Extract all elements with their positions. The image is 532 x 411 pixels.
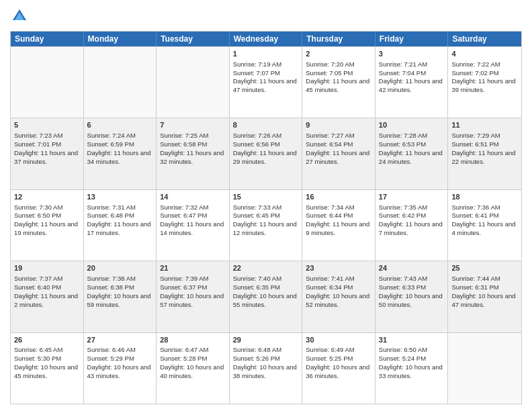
- day-number: 21: [160, 263, 226, 273]
- calendar-cell-22: 22 Sunrise: 7:40 AM Sunset: 6:35 PM Dayl…: [230, 261, 303, 332]
- day-number: 20: [87, 263, 153, 273]
- day-number: 3: [379, 49, 445, 59]
- daylight-label: Daylight: 10 hours and 57 minutes.: [160, 292, 224, 308]
- daylight-label: Daylight: 11 hours and 24 minutes.: [379, 149, 443, 165]
- sunrise-label: Sunrise: 7:44 AM: [451, 275, 500, 282]
- calendar-cell-3: 3 Sunrise: 7:21 AM Sunset: 7:04 PM Dayli…: [375, 47, 449, 118]
- daylight-label: Daylight: 11 hours and 29 minutes.: [233, 149, 297, 165]
- day-number: 17: [379, 192, 445, 202]
- daylight-label: Daylight: 11 hours and 14 minutes.: [160, 220, 224, 236]
- day-number: 10: [379, 120, 445, 130]
- day-number: 1: [233, 49, 299, 59]
- sunrise-label: Sunrise: 7:43 AM: [379, 275, 427, 282]
- day-number: 2: [306, 49, 371, 59]
- daylight-label: Daylight: 10 hours and 55 minutes.: [233, 292, 297, 308]
- calendar-cell-empty-6: [448, 333, 521, 404]
- day-number: 15: [233, 192, 299, 202]
- daylight-label: Daylight: 11 hours and 22 minutes.: [451, 149, 515, 165]
- sunset-label: Sunset: 6:56 PM: [233, 140, 280, 148]
- calendar-cell-23: 23 Sunrise: 7:41 AM Sunset: 6:34 PM Dayl…: [302, 261, 375, 332]
- sunset-label: Sunset: 6:42 PM: [379, 212, 426, 219]
- day-number: 4: [451, 49, 518, 59]
- day-number: 31: [379, 335, 445, 345]
- day-number: 18: [451, 192, 518, 202]
- day-number: 26: [14, 335, 80, 345]
- daylight-label: Daylight: 11 hours and 39 minutes.: [451, 77, 515, 93]
- sunrise-label: Sunrise: 7:39 AM: [160, 275, 208, 282]
- sunset-label: Sunset: 6:35 PM: [233, 283, 280, 291]
- daylight-label: Daylight: 11 hours and 34 minutes.: [87, 149, 151, 165]
- calendar-cell-8: 8 Sunrise: 7:26 AM Sunset: 6:56 PM Dayli…: [230, 118, 303, 189]
- day-header-tuesday: Tuesday: [157, 32, 230, 46]
- day-number: 13: [87, 192, 153, 202]
- sunset-label: Sunset: 7:01 PM: [14, 140, 61, 148]
- sunset-label: Sunset: 6:51 PM: [451, 140, 498, 148]
- sunset-label: Sunset: 5:28 PM: [160, 355, 207, 362]
- calendar-cell-21: 21 Sunrise: 7:39 AM Sunset: 6:37 PM Dayl…: [157, 261, 230, 332]
- daylight-label: Daylight: 10 hours and 43 minutes.: [87, 363, 151, 379]
- sunrise-label: Sunrise: 7:35 AM: [379, 203, 427, 211]
- day-header-monday: Monday: [84, 32, 157, 46]
- day-number: 14: [160, 192, 226, 202]
- sunset-label: Sunset: 6:47 PM: [160, 212, 207, 219]
- calendar-cell-27: 27 Sunrise: 6:46 AM Sunset: 5:29 PM Dayl…: [84, 333, 157, 404]
- daylight-label: Daylight: 10 hours and 36 minutes.: [306, 363, 369, 379]
- sunset-label: Sunset: 5:26 PM: [233, 355, 280, 362]
- day-number: 8: [233, 120, 299, 130]
- sunset-label: Sunset: 7:05 PM: [306, 69, 353, 77]
- daylight-label: Daylight: 11 hours and 37 minutes.: [14, 149, 78, 165]
- calendar-body: 1 Sunrise: 7:19 AM Sunset: 7:07 PM Dayli…: [11, 46, 521, 404]
- sunrise-label: Sunrise: 7:37 AM: [14, 275, 62, 282]
- daylight-label: Daylight: 10 hours and 47 minutes.: [451, 292, 515, 308]
- day-number: 23: [306, 263, 371, 273]
- day-header-wednesday: Wednesday: [230, 32, 303, 46]
- calendar-cell-15: 15 Sunrise: 7:33 AM Sunset: 6:45 PM Dayl…: [230, 190, 303, 261]
- calendar-cell-13: 13 Sunrise: 7:31 AM Sunset: 6:48 PM Dayl…: [84, 190, 157, 261]
- sunset-label: Sunset: 6:33 PM: [379, 283, 426, 291]
- sunrise-label: Sunrise: 6:46 AM: [87, 346, 136, 353]
- calendar-cell-1: 1 Sunrise: 7:19 AM Sunset: 7:07 PM Dayli…: [230, 47, 303, 118]
- sunrise-label: Sunrise: 7:40 AM: [233, 275, 281, 282]
- sunrise-label: Sunrise: 6:48 AM: [233, 346, 281, 353]
- daylight-label: Daylight: 11 hours and 32 minutes.: [160, 149, 224, 165]
- sunrise-label: Sunrise: 7:20 AM: [306, 60, 354, 68]
- sunset-label: Sunset: 5:30 PM: [14, 355, 61, 362]
- day-header-sunday: Sunday: [11, 32, 84, 46]
- daylight-label: Daylight: 11 hours and 19 minutes.: [14, 220, 78, 236]
- sunset-label: Sunset: 6:34 PM: [306, 283, 353, 291]
- week-row-2: 5 Sunrise: 7:23 AM Sunset: 7:01 PM Dayli…: [11, 118, 521, 189]
- calendar-cell-empty-0: [11, 47, 84, 118]
- calendar-cell-18: 18 Sunrise: 7:36 AM Sunset: 6:41 PM Dayl…: [448, 190, 521, 261]
- sunset-label: Sunset: 7:04 PM: [379, 69, 426, 77]
- sunrise-label: Sunrise: 7:33 AM: [233, 203, 281, 211]
- sunrise-label: Sunrise: 7:21 AM: [379, 60, 427, 68]
- day-header-friday: Friday: [375, 32, 449, 46]
- sunrise-label: Sunrise: 7:29 AM: [451, 132, 500, 139]
- logo: [10, 7, 32, 26]
- calendar-cell-9: 9 Sunrise: 7:27 AM Sunset: 6:54 PM Dayli…: [302, 118, 375, 189]
- sunset-label: Sunset: 5:29 PM: [87, 355, 134, 362]
- calendar-cell-16: 16 Sunrise: 7:34 AM Sunset: 6:44 PM Dayl…: [302, 190, 375, 261]
- sunset-label: Sunset: 6:50 PM: [14, 212, 61, 219]
- sunrise-label: Sunrise: 7:24 AM: [87, 132, 136, 139]
- sunrise-label: Sunrise: 6:47 AM: [160, 346, 208, 353]
- logo-icon: [10, 7, 29, 26]
- day-number: 25: [451, 263, 518, 273]
- sunset-label: Sunset: 6:31 PM: [451, 283, 498, 291]
- day-number: 29: [233, 335, 299, 345]
- daylight-label: Daylight: 11 hours and 12 minutes.: [233, 220, 297, 236]
- calendar: SundayMondayTuesdayWednesdayThursdayFrid…: [10, 31, 522, 404]
- sunset-label: Sunset: 7:07 PM: [233, 69, 280, 77]
- calendar-cell-20: 20 Sunrise: 7:38 AM Sunset: 6:38 PM Dayl…: [84, 261, 157, 332]
- sunrise-label: Sunrise: 7:31 AM: [87, 203, 136, 211]
- calendar-cell-5: 5 Sunrise: 7:23 AM Sunset: 7:01 PM Dayli…: [11, 118, 84, 189]
- sunset-label: Sunset: 6:45 PM: [233, 212, 280, 219]
- calendar-cell-empty-2: [157, 47, 230, 118]
- sunrise-label: Sunrise: 7:34 AM: [306, 203, 354, 211]
- daylight-label: Daylight: 10 hours and 52 minutes.: [306, 292, 369, 308]
- calendar-cell-14: 14 Sunrise: 7:32 AM Sunset: 6:47 PM Dayl…: [157, 190, 230, 261]
- week-row-1: 1 Sunrise: 7:19 AM Sunset: 7:07 PM Dayli…: [11, 46, 521, 118]
- sunrise-label: Sunrise: 7:22 AM: [451, 60, 500, 68]
- day-number: 22: [233, 263, 299, 273]
- day-number: 28: [160, 335, 226, 345]
